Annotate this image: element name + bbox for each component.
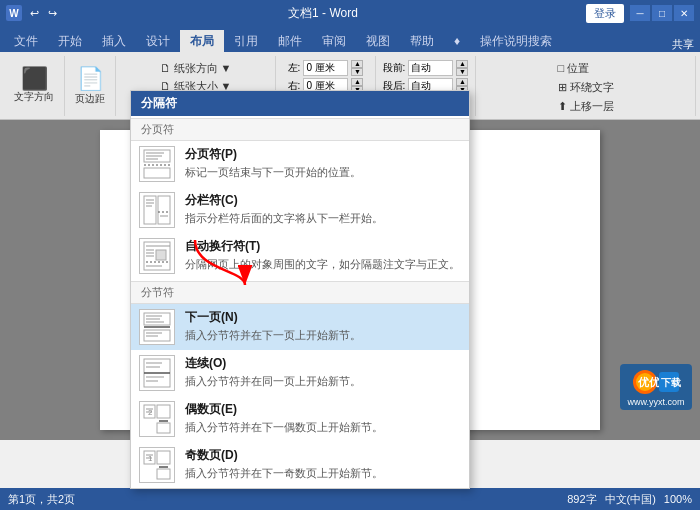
undo-button[interactable]: ↩ (26, 5, 42, 21)
tab-search[interactable]: 操作说明搜索 (470, 30, 562, 52)
spacing-before-spinner[interactable]: ▲ ▼ (456, 60, 468, 76)
column-break-text: 分栏符(C) 指示分栏符后面的文字将从下一栏开始。 (185, 192, 383, 226)
text-direction-button[interactable]: ⬛ 文字方向 (10, 66, 58, 106)
maximize-button[interactable]: □ (652, 5, 672, 21)
indent-left-label: 左: (288, 61, 301, 75)
close-button[interactable]: ✕ (674, 5, 694, 21)
margins-content: 📄 页边距 (71, 58, 109, 112)
title-bar: W ↩ ↪ 文档1 - Word 登录 ─ □ ✕ (0, 0, 700, 26)
indent-left-spinner[interactable]: ▲ ▼ (351, 60, 363, 76)
section-title-section-break: 分节符 (131, 281, 469, 304)
column-break-title: 分栏符(C) (185, 192, 383, 209)
watermark-url: www.yyxt.com (626, 397, 686, 407)
break-continuous-item[interactable]: 连续(O) 插入分节符并在同一页上开始新节。 (131, 350, 469, 396)
text-wrap-text: 自动换行符(T) 分隔网页上的对象周围的文字，如分隔题注文字与正文。 (185, 238, 460, 272)
status-zoom: 100% (664, 493, 692, 505)
share-button[interactable]: 共享 (672, 37, 694, 52)
spacing-after-up[interactable]: ▲ (456, 78, 468, 86)
even-page-desc: 插入分节符并在下一偶数页上开始新节。 (185, 420, 383, 435)
break-next-page-item[interactable]: 下一页(N) 插入分节符并在下一页上开始新节。 (131, 304, 469, 350)
dropdown-header: 分隔符 (131, 91, 469, 116)
break-even-page-item[interactable]: 2 偶数页(E) 插入分节符并在下一偶数页上开始新节。 (131, 396, 469, 442)
even-page-title: 偶数页(E) (185, 401, 383, 418)
indent-right-up[interactable]: ▲ (351, 78, 363, 86)
svg-rect-37 (157, 405, 170, 418)
odd-page-icon: 1 (139, 447, 175, 483)
redo-button[interactable]: ↪ (44, 5, 60, 21)
tab-file[interactable]: 文件 (4, 30, 48, 52)
login-button[interactable]: 登录 (586, 4, 624, 23)
title-bar-left: W ↩ ↪ (6, 5, 60, 21)
page-orientation-icon: 🗋 (160, 62, 171, 74)
odd-page-text: 奇数页(D) 插入分节符并在下一奇数页上开始新节。 (185, 447, 383, 481)
break-page-item[interactable]: 分页符(P) 标记一页结束与下一页开始的位置。 (131, 141, 469, 187)
svg-rect-44 (157, 451, 170, 464)
svg-text:下载: 下载 (661, 377, 681, 388)
odd-page-title: 奇数页(D) (185, 447, 383, 464)
dropdown-menu: 分隔符 分页符 分页符(P) 标记一页结束与下一页开始的位置。 (130, 90, 470, 489)
even-page-text: 偶数页(E) 插入分节符并在下一偶数页上开始新节。 (185, 401, 383, 435)
page-orientation-button[interactable]: 🗋 纸张方向 ▼ (156, 60, 236, 77)
page-break-title: 分页符(P) (185, 146, 361, 163)
spacing-before-up[interactable]: ▲ (456, 60, 468, 68)
svg-rect-14 (156, 250, 166, 260)
tab-references[interactable]: 引用 (224, 30, 268, 52)
spacing-before-row: 段前: ▲ ▼ (383, 60, 469, 76)
svg-rect-46 (157, 469, 170, 479)
tab-home[interactable]: 开始 (48, 30, 92, 52)
tab-mailings[interactable]: 邮件 (268, 30, 312, 52)
undo-redo-group: ↩ ↪ (26, 5, 60, 21)
upper-row-button[interactable]: ⬆ 上移一层 (554, 98, 618, 115)
next-page-text: 下一页(N) 插入分节符并在下一页上开始新节。 (185, 309, 361, 343)
status-right: 892字 中文(中国) 100% (567, 492, 692, 507)
continuous-icon (139, 355, 175, 391)
spacing-before-label: 段前: (383, 61, 406, 75)
wrap-text-button[interactable]: ⊞ 环绕文字 (554, 79, 618, 96)
watermark: 优优 下载 www.yyxt.com (620, 364, 692, 410)
ribbon-group-text-direction: ⬛ 文字方向 (4, 56, 65, 116)
tab-design[interactable]: 设计 (136, 30, 180, 52)
break-column-item[interactable]: 分栏符(C) 指示分栏符后面的文字将从下一栏开始。 (131, 187, 469, 233)
document-title: 文档1 - Word (288, 5, 358, 22)
wrap-text-label: 环绕文字 (570, 80, 614, 95)
continuous-text: 连续(O) 插入分节符并在同一页上开始新节。 (185, 355, 361, 389)
position-button[interactable]: □ 位置 (554, 60, 594, 77)
section-title-page-break: 分页符 (131, 118, 469, 141)
break-odd-page-item[interactable]: 1 奇数页(D) 插入分节符并在下一奇数页上开始新节。 (131, 442, 469, 488)
ribbon-tabs: 文件 开始 插入 设计 布局 引用 邮件 审阅 视图 帮助 ♦ 操作说明搜索 共… (0, 26, 700, 52)
indent-left-input[interactable] (303, 60, 348, 76)
page-break-text: 分页符(P) 标记一页结束与下一页开始的位置。 (185, 146, 361, 180)
tab-review[interactable]: 审阅 (312, 30, 356, 52)
continuous-desc: 插入分节符并在同一页上开始新节。 (185, 374, 361, 389)
tab-layout[interactable]: 布局 (180, 30, 224, 52)
odd-page-desc: 插入分节符并在下一奇数页上开始新节。 (185, 466, 383, 481)
next-page-desc: 插入分节符并在下一页上开始新节。 (185, 328, 361, 343)
tab-help[interactable]: 帮助 (400, 30, 444, 52)
tab-diamond[interactable]: ♦ (444, 30, 470, 52)
column-break-icon (139, 192, 175, 228)
svg-rect-2 (144, 168, 170, 178)
indent-left-down[interactable]: ▼ (351, 68, 363, 76)
continuous-title: 连续(O) (185, 355, 361, 372)
indent-left-up[interactable]: ▲ (351, 60, 363, 68)
word-icon: W (6, 5, 22, 21)
tab-insert[interactable]: 插入 (92, 30, 136, 52)
window-controls: ─ □ ✕ (630, 5, 694, 21)
svg-rect-39 (157, 423, 170, 433)
title-bar-right: 登录 ─ □ ✕ (586, 4, 694, 23)
ribbon-group-margins: 📄 页边距 (65, 56, 116, 116)
spacing-before-down[interactable]: ▼ (456, 68, 468, 76)
spacing-before-input[interactable] (408, 60, 453, 76)
minimize-button[interactable]: ─ (630, 5, 650, 21)
margins-label: 页边距 (75, 92, 105, 106)
page-break-desc: 标记一页结束与下一页开始的位置。 (185, 165, 361, 180)
status-bar: 第1页，共2页 892字 中文(中国) 100% (0, 488, 700, 510)
tab-view[interactable]: 视图 (356, 30, 400, 52)
text-direction-label: 文字方向 (14, 90, 54, 104)
margins-button[interactable]: 📄 页边距 (71, 64, 109, 108)
break-wrap-item[interactable]: 自动换行符(T) 分隔网页上的对象周围的文字，如分隔题注文字与正文。 (131, 233, 469, 279)
text-wrap-icon (139, 238, 175, 274)
text-wrap-desc: 分隔网页上的对象周围的文字，如分隔题注文字与正文。 (185, 257, 460, 272)
svg-text:优优: 优优 (637, 376, 661, 388)
even-page-icon: 2 (139, 401, 175, 437)
